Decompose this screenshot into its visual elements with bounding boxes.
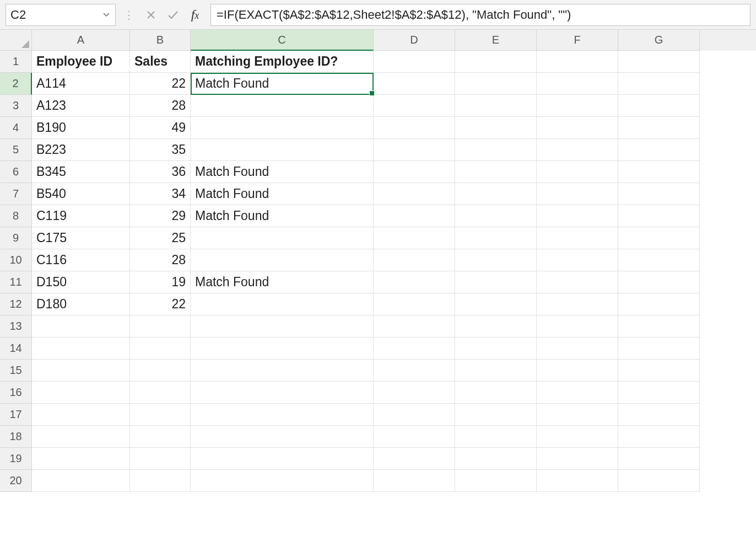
cell-A1[interactable]: Employee ID	[32, 51, 130, 73]
row-header-16[interactable]: 16	[0, 382, 32, 404]
cell-A6[interactable]: B345	[32, 161, 130, 183]
cell-G14[interactable]	[618, 338, 700, 360]
cell-F8[interactable]	[537, 205, 618, 227]
cell-A11[interactable]: D150	[32, 271, 130, 293]
cell-C14[interactable]	[191, 338, 374, 360]
cell-B14[interactable]	[130, 338, 191, 360]
cell-C1[interactable]: Matching Employee ID?	[191, 51, 374, 73]
cell-C11[interactable]: Match Found	[191, 271, 374, 293]
cell-A18[interactable]	[32, 426, 130, 448]
cell-D20[interactable]	[374, 470, 455, 492]
name-box[interactable]: C2	[6, 4, 116, 26]
column-header-G[interactable]: G	[618, 30, 700, 51]
row-header-15[interactable]: 15	[0, 360, 32, 382]
cell-A2[interactable]: A114	[32, 73, 130, 95]
cell-G6[interactable]	[618, 161, 700, 183]
cell-G16[interactable]	[618, 382, 700, 404]
cell-F10[interactable]	[537, 249, 618, 271]
cell-B17[interactable]	[130, 404, 191, 426]
cell-F14[interactable]	[537, 338, 618, 360]
cell-C12[interactable]	[191, 293, 374, 315]
cell-D4[interactable]	[374, 117, 455, 139]
row-header-7[interactable]: 7	[0, 183, 32, 205]
cell-B12[interactable]: 22	[130, 293, 191, 315]
column-header-D[interactable]: D	[374, 30, 455, 51]
formula-input[interactable]: =IF(EXACT($A$2:$A$12,Sheet2!$A$2:$A$12),…	[210, 4, 750, 26]
cell-E18[interactable]	[455, 426, 537, 448]
cell-D9[interactable]	[374, 227, 455, 249]
cell-F18[interactable]	[537, 426, 618, 448]
cell-D13[interactable]	[374, 315, 455, 338]
cell-G10[interactable]	[618, 249, 700, 271]
cell-E12[interactable]	[455, 293, 537, 315]
row-header-2[interactable]: 2	[0, 73, 32, 95]
cell-A9[interactable]: C175	[32, 227, 130, 249]
cell-B20[interactable]	[130, 470, 191, 492]
cell-D12[interactable]	[374, 293, 455, 315]
cell-G3[interactable]	[618, 95, 700, 117]
cell-D7[interactable]	[374, 183, 455, 205]
cell-A13[interactable]	[32, 315, 130, 338]
cell-G1[interactable]	[618, 51, 700, 73]
cell-F7[interactable]	[537, 183, 618, 205]
cell-G15[interactable]	[618, 360, 700, 382]
cell-A8[interactable]: C119	[32, 205, 130, 227]
row-header-3[interactable]: 3	[0, 95, 32, 117]
cell-A5[interactable]: B223	[32, 139, 130, 161]
cell-B16[interactable]	[130, 382, 191, 404]
cell-D2[interactable]	[374, 73, 455, 95]
cell-E10[interactable]	[455, 249, 537, 271]
cell-B5[interactable]: 35	[130, 139, 191, 161]
cell-C6[interactable]: Match Found	[191, 161, 374, 183]
row-header-14[interactable]: 14	[0, 338, 32, 360]
cell-A7[interactable]: B540	[32, 183, 130, 205]
cell-E7[interactable]	[455, 183, 537, 205]
cell-E6[interactable]	[455, 161, 537, 183]
row-header-1[interactable]: 1	[0, 51, 32, 73]
cell-C15[interactable]	[191, 360, 374, 382]
cell-E1[interactable]	[455, 51, 537, 73]
cell-A4[interactable]: B190	[32, 117, 130, 139]
cell-E17[interactable]	[455, 404, 537, 426]
cell-F4[interactable]	[537, 117, 618, 139]
cell-F19[interactable]	[537, 448, 618, 470]
chevron-down-icon[interactable]	[102, 10, 111, 19]
cell-E15[interactable]	[455, 360, 537, 382]
cell-F13[interactable]	[537, 315, 618, 338]
cell-A19[interactable]	[32, 448, 130, 470]
cell-C9[interactable]	[191, 227, 374, 249]
cell-D8[interactable]	[374, 205, 455, 227]
row-header-11[interactable]: 11	[0, 271, 32, 293]
cell-B6[interactable]: 36	[130, 161, 191, 183]
cell-B8[interactable]: 29	[130, 205, 191, 227]
cell-A3[interactable]: A123	[32, 95, 130, 117]
cell-C5[interactable]	[191, 139, 374, 161]
cell-F11[interactable]	[537, 271, 618, 293]
cell-G8[interactable]	[618, 205, 700, 227]
select-all-corner[interactable]	[0, 30, 32, 51]
row-header-5[interactable]: 5	[0, 139, 32, 161]
row-header-4[interactable]: 4	[0, 117, 32, 139]
column-header-A[interactable]: A	[32, 30, 130, 51]
cell-C16[interactable]	[191, 382, 374, 404]
cell-F9[interactable]	[537, 227, 618, 249]
cell-C13[interactable]	[191, 315, 374, 338]
column-header-C[interactable]: C	[191, 30, 374, 51]
cell-D19[interactable]	[374, 448, 455, 470]
row-header-8[interactable]: 8	[0, 205, 32, 227]
cell-G7[interactable]	[618, 183, 700, 205]
cell-E14[interactable]	[455, 338, 537, 360]
cell-G19[interactable]	[618, 448, 700, 470]
fx-icon[interactable]: fx	[186, 4, 204, 26]
cell-D14[interactable]	[374, 338, 455, 360]
cell-F5[interactable]	[537, 139, 618, 161]
cell-E16[interactable]	[455, 382, 537, 404]
cell-G9[interactable]	[618, 227, 700, 249]
cell-F3[interactable]	[537, 95, 618, 117]
cell-A12[interactable]: D180	[32, 293, 130, 315]
cell-E5[interactable]	[455, 139, 537, 161]
cell-F1[interactable]	[537, 51, 618, 73]
cell-C2[interactable]: Match Found	[191, 73, 374, 95]
cell-F2[interactable]	[537, 73, 618, 95]
cell-D11[interactable]	[374, 271, 455, 293]
